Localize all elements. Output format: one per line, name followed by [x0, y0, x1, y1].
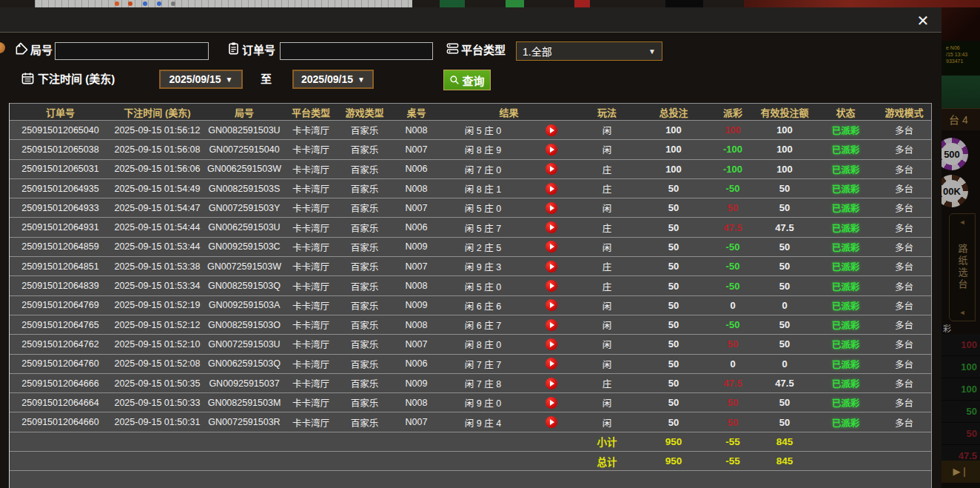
cell-bet-time: 2025-09-15 01:50:33 [111, 398, 204, 408]
cell-game-type: 百家乐 [337, 376, 392, 390]
subtotal-valid-bet: 845 [755, 436, 814, 447]
cell-bet-time: 2025-09-15 01:52:19 [111, 300, 204, 310]
play-result-icon[interactable] [546, 319, 557, 331]
play-result-icon[interactable] [546, 299, 557, 311]
cell-play-type: 闲 [577, 357, 637, 371]
cell-status: 已派彩 [814, 395, 877, 410]
bg-element [665, 0, 703, 7]
table-row: 250915012064935 2025-09-15 01:54:49 GN00… [10, 179, 931, 198]
play-result-icon[interactable] [546, 358, 557, 370]
cell-total-bet: 50 [637, 338, 711, 350]
header-cell: 玩法 [577, 105, 637, 119]
order-number-label: 订单号 [242, 41, 275, 59]
cell-total-bet: 50 [637, 300, 711, 311]
play-result-icon[interactable] [546, 378, 557, 390]
cell-order-number: 250915012065038 [10, 144, 111, 155]
cell-result: 闲 7 庄 7 [440, 357, 526, 371]
cell-status: 已派彩 [814, 201, 877, 215]
cell-total-bet: 50 [637, 222, 711, 233]
cell-payout: -100 [711, 164, 755, 175]
table-row: 250915012064660 2025-09-15 01:50:31 GN00… [10, 412, 931, 432]
play-result-icon[interactable] [546, 338, 557, 350]
bet-time-label: 下注时间 (美东) [38, 70, 115, 88]
cell-platform: 卡卡湾厅 [285, 337, 337, 351]
cell-platform: 卡卡湾厅 [285, 415, 337, 429]
cell-valid-bet: 100 [755, 144, 814, 155]
cell-platform: 卡卡湾厅 [285, 279, 337, 293]
cell-total-bet: 50 [637, 241, 711, 253]
cell-order-number: 250915012064760 [10, 358, 111, 369]
table-row: 250915012064769 2025-09-15 01:52:19 GN00… [10, 296, 931, 315]
play-result-icon[interactable] [546, 261, 557, 273]
cell-game-mode: 多台 [877, 123, 931, 137]
play-result-icon[interactable] [546, 221, 557, 233]
cell-game-mode: 多台 [877, 221, 931, 235]
header-cell: 局号 [204, 105, 285, 119]
cell-round-number: GN0082591503O [204, 320, 285, 330]
grand-total-bet: 950 [637, 455, 711, 467]
play-result-icon[interactable] [546, 163, 557, 175]
cell-valid-bet: 50 [755, 319, 814, 330]
cell-game-mode: 多台 [877, 395, 931, 410]
close-icon[interactable]: ✕ [913, 11, 933, 30]
table-body: 250915012065040 2025-09-15 01:56:12 GN00… [10, 121, 931, 432]
cell-result: 闲 8 庄 9 [440, 142, 526, 156]
cell-status: 已派彩 [814, 181, 877, 195]
baccarat-roadmap-strip [35, 0, 412, 7]
table-row: 250915012064760 2025-09-15 01:52:08 GN00… [10, 355, 931, 374]
cell-play-type: 闲 [577, 415, 637, 429]
round-number-input[interactable] [55, 42, 209, 60]
date-to-select[interactable]: 2025/09/15 ▼ [292, 70, 374, 89]
play-result-icon[interactable] [546, 280, 557, 292]
cell-bet-time: 2025-09-15 01:54:47 [111, 203, 204, 213]
cell-payout: -50 [711, 261, 755, 272]
road-dot [128, 1, 132, 6]
header-cell: 游戏类型 [337, 105, 392, 119]
play-result-icon[interactable] [546, 183, 557, 195]
cell-game-mode: 多台 [877, 376, 931, 390]
platform-type-select[interactable]: 1.全部 ▼ [516, 41, 662, 61]
cell-game-mode: 多台 [877, 142, 931, 156]
cell-payout: 0 [711, 358, 755, 370]
cell-order-number: 250915012064933 [10, 203, 111, 213]
cell-game-type: 百家乐 [337, 201, 392, 215]
cell-bet-time: 2025-09-15 01:53:34 [111, 281, 204, 291]
subtotal-label: 小计 [577, 434, 637, 449]
cell-result: 闲 7 庄 8 [440, 376, 526, 390]
cell-table-number: N007 [392, 203, 440, 213]
header-cell: 有效投注额 [755, 105, 814, 119]
cell-play-type: 闲 [577, 337, 637, 351]
cell-status: 已派彩 [814, 162, 877, 176]
date-from-select[interactable]: 2025/09/15 ▼ [159, 70, 243, 89]
cell-table-number: N008 [392, 398, 440, 408]
table-row: 250915012064933 2025-09-15 01:54:47 GN00… [10, 198, 931, 218]
query-button[interactable]: 查询 [443, 70, 491, 90]
platform-list-icon [446, 41, 460, 56]
roadmap-table-select-tab[interactable]: ◄ 路纸选台 ◄ [949, 213, 976, 321]
cell-result: 闲 6 庄 6 [440, 298, 526, 312]
subtotal-total-bet: 950 [637, 436, 711, 447]
play-result-icon[interactable] [546, 241, 557, 253]
cell-payout: -50 [711, 183, 755, 194]
cell-round-number: GN0062591503Q [204, 358, 285, 369]
cell-order-number: 250915012064660 [10, 417, 111, 427]
play-result-icon[interactable] [546, 416, 557, 428]
cell-bet-time: 2025-09-15 01:56:06 [111, 164, 204, 174]
bg-orange-dot [0, 42, 5, 53]
cell-platform: 卡卡湾厅 [285, 162, 337, 176]
chip-100k[interactable]: 00K [942, 175, 968, 207]
cell-game-type: 百家乐 [337, 415, 392, 429]
chip-500[interactable]: 500 [942, 138, 968, 170]
order-number-input[interactable] [280, 42, 433, 60]
cell-play-type: 闲 [577, 395, 637, 410]
next-page-control[interactable]: ▶❘ [942, 461, 980, 483]
cell-valid-bet: 47.5 [755, 222, 814, 233]
play-result-icon[interactable] [546, 144, 557, 156]
play-result-icon[interactable] [546, 397, 557, 409]
cell-total-bet: 50 [637, 261, 711, 272]
cell-table-number: N007 [392, 261, 440, 272]
cell-status: 已派彩 [814, 221, 877, 235]
play-result-icon[interactable] [546, 124, 557, 136]
play-result-icon[interactable] [546, 202, 557, 214]
cell-table-number: N008 [392, 281, 440, 291]
